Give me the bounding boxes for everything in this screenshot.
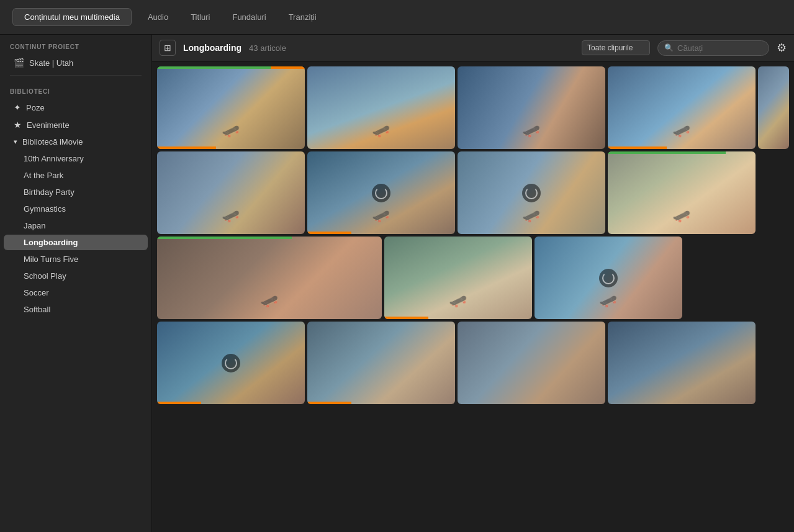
photos-label: Poze <box>26 103 45 112</box>
softball-label: Softball <box>24 305 50 314</box>
spinner-icon <box>372 184 390 202</box>
photos-icon: ✦ <box>14 102 21 112</box>
sidebar-item-school-play[interactable]: School Play <box>4 268 148 284</box>
video-thumb-10[interactable]: 🛹 <box>384 237 532 319</box>
video-thumb-2[interactable]: 🛹 <box>307 66 455 149</box>
video-thumb-4[interactable]: 🛹 <box>608 66 756 149</box>
album-name: Longboarding <box>183 43 241 53</box>
events-label: Evenimente <box>27 120 70 130</box>
video-thumb-11[interactable]: 🛹 <box>535 237 682 319</box>
school-play-label: School Play <box>24 271 66 281</box>
japan-label: Japan <box>24 221 45 230</box>
events-icon: ★ <box>14 120 22 130</box>
gear-button[interactable]: ⚙ <box>777 41 787 55</box>
spinner-icon-3 <box>599 269 618 287</box>
video-thumb-14[interactable] <box>458 322 605 404</box>
sidebar-item-imovie-library[interactable]: ▾ Bibliotecă iMovie <box>4 134 148 150</box>
imovie-library-label: Bibliotecă iMovie <box>22 137 83 147</box>
video-thumb-7[interactable]: 🛹 <box>458 151 605 234</box>
tab-titles[interactable]: Titluri <box>179 9 221 25</box>
search-bar[interactable]: 🔍 <box>657 40 769 56</box>
birthday-party-label: Birthday Party <box>24 187 74 197</box>
milo-turns-five-label: Milo Turns Five <box>24 255 78 264</box>
video-thumb-sliver[interactable] <box>758 66 789 149</box>
sidebar-divider-1 <box>10 75 142 76</box>
grid-row-4 <box>157 322 789 404</box>
film-icon: 🎬 <box>14 58 24 68</box>
video-thumb-13[interactable] <box>307 322 455 404</box>
tab-my-media[interactable]: Conținutul meu multimedia <box>12 8 132 26</box>
grid-row-1: 🛹 🛹 🛹 🛹 <box>157 66 789 149</box>
layout-button[interactable]: ⊞ <box>160 40 176 56</box>
video-thumb-15[interactable] <box>608 322 756 404</box>
video-thumb-5[interactable]: 🛹 <box>157 151 305 234</box>
search-input[interactable] <box>677 43 762 53</box>
sidebar-item-japan[interactable]: Japan <box>4 218 148 233</box>
project-item-label: Skate | Utah <box>29 58 73 68</box>
longboarding-label: Longboarding <box>24 238 78 247</box>
toolbar-row: ⊞ Longboarding 43 articole Toate clipuri… <box>152 35 794 61</box>
tab-audio[interactable]: Audio <box>137 9 179 25</box>
sidebar-item-photos[interactable]: ✦ Poze <box>4 99 148 115</box>
grid-row-3: 🛹 🛹 🛹 <box>157 237 789 319</box>
filter-container: Toate clipurile Clipuri favorite Clipuri… <box>582 40 650 55</box>
sidebar-item-at-the-park[interactable]: At the Park <box>4 168 148 183</box>
spinner-icon-4 <box>222 354 240 372</box>
at-the-park-label: At the Park <box>24 171 63 180</box>
item-count: 43 articole <box>249 43 286 53</box>
sidebar-item-soccer[interactable]: Soccer <box>4 285 148 300</box>
sidebar-item-project[interactable]: 🎬 Skate | Utah <box>4 55 148 71</box>
spinner-icon-2 <box>522 184 541 202</box>
content-row: CONȚINUT PROIECT 🎬 Skate | Utah BIBLIOTE… <box>0 35 794 532</box>
sidebar-item-longboarding[interactable]: Longboarding <box>4 235 148 250</box>
video-thumb-1[interactable]: 🛹 <box>157 66 305 149</box>
filter-select[interactable]: Toate clipurile Clipuri favorite Clipuri… <box>582 40 650 55</box>
video-thumb-3[interactable]: 🛹 <box>458 66 605 149</box>
sidebar-item-gymnastics[interactable]: Gymnastics <box>4 201 148 217</box>
sidebar-item-10th-anniversary[interactable]: 10th Anniversary <box>4 151 148 166</box>
video-thumb-6[interactable]: 🛹 <box>307 151 455 234</box>
sidebar-item-birthday-party[interactable]: Birthday Party <box>4 184 148 200</box>
video-thumb-9[interactable]: 🛹 <box>157 237 382 319</box>
top-bar: Conținutul meu multimedia Audio Titluri … <box>0 0 794 35</box>
10th-anniversary-label: 10th Anniversary <box>24 154 84 163</box>
chevron-icon: ▾ <box>14 138 17 146</box>
sidebar-item-milo-turns-five[interactable]: Milo Turns Five <box>4 251 148 267</box>
sidebar-item-softball[interactable]: Softball <box>4 302 148 317</box>
sidebar-item-events[interactable]: ★ Evenimente <box>4 117 148 133</box>
tab-backgrounds[interactable]: Fundaluri <box>221 9 277 25</box>
video-thumb-12[interactable] <box>157 322 305 404</box>
video-thumb-8[interactable]: 🛹 <box>608 151 756 234</box>
project-section-label: CONȚINUT PROIECT <box>0 35 151 54</box>
gymnastics-label: Gymnastics <box>24 204 66 214</box>
video-grid: 🛹 🛹 🛹 🛹 🛹 <box>152 61 794 532</box>
search-icon: 🔍 <box>664 43 674 52</box>
main-area: ⊞ Longboarding 43 articole Toate clipuri… <box>152 35 794 532</box>
grid-row-2: 🛹 🛹 🛹 🛹 <box>157 151 789 234</box>
sidebar: CONȚINUT PROIECT 🎬 Skate | Utah BIBLIOTE… <box>0 35 152 532</box>
soccer-label: Soccer <box>24 288 48 297</box>
tab-transitions[interactable]: Tranziții <box>277 9 328 25</box>
libraries-section-label: BIBLIOTECI <box>0 79 151 99</box>
